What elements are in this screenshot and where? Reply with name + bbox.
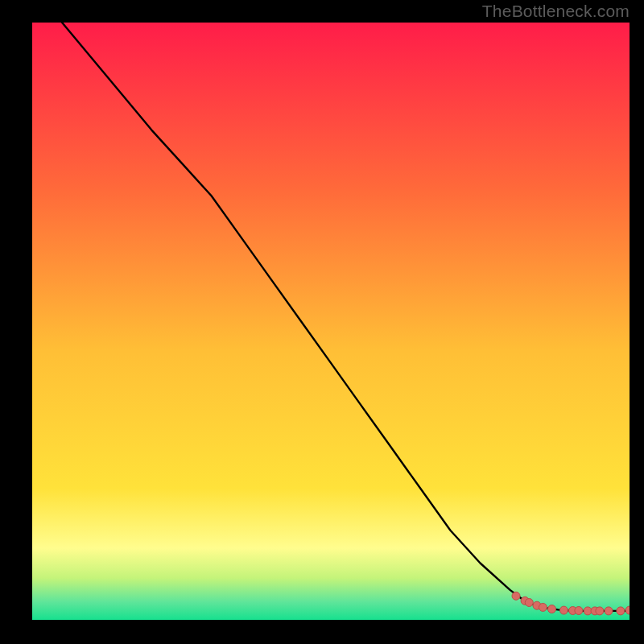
- data-dot: [617, 607, 625, 615]
- data-dot: [512, 592, 520, 600]
- data-dot: [605, 607, 613, 615]
- attribution-label: TheBottleneck.com: [482, 2, 630, 21]
- plot-area: [32, 23, 630, 620]
- data-dot: [548, 605, 556, 613]
- figure-frame: TheBottleneck.com: [0, 0, 644, 644]
- data-dot: [525, 599, 533, 607]
- data-dot: [559, 606, 568, 614]
- data-dot: [596, 607, 604, 615]
- gradient-background: [32, 23, 630, 620]
- data-dot: [575, 607, 583, 615]
- data-dot: [539, 603, 547, 611]
- plot-svg: [32, 23, 630, 620]
